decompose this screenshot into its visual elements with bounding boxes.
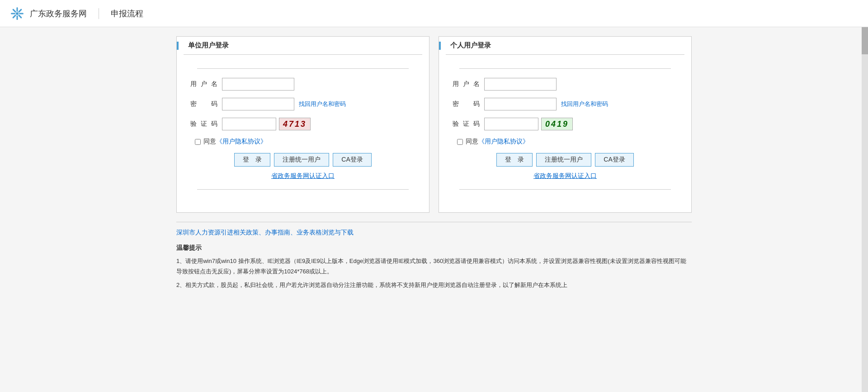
unit-login-button[interactable]: 登 录: [234, 153, 270, 167]
personal-agree-row: 同意 《用户隐私协议》: [453, 138, 678, 146]
unit-password-input[interactable]: [222, 98, 294, 110]
unit-captcha-row: 验证码 4713: [190, 118, 415, 130]
personal-panel-title: 个人用户登录: [446, 41, 491, 50]
unit-agree-checkbox[interactable]: [195, 139, 201, 145]
unit-ca-button[interactable]: CA登录: [333, 153, 371, 167]
svg-rect-7: [12, 9, 16, 13]
personal-captcha-input[interactable]: [484, 118, 538, 130]
scrollbar-thumb[interactable]: [862, 27, 868, 54]
logo-icon: [9, 5, 25, 22]
personal-password-row: 密 码 找回用户名和密码: [453, 98, 678, 110]
notice-title: 温馨提示: [176, 244, 692, 252]
header-divider: [99, 8, 99, 19]
svg-rect-1: [17, 7, 18, 12]
personal-sep-top: [459, 68, 671, 69]
unit-sep-bottom: [197, 189, 409, 190]
page-title: 申报流程: [111, 8, 143, 19]
unit-panel-title: 单位用户登录: [184, 41, 229, 50]
unit-captcha-image[interactable]: 4713: [279, 118, 311, 130]
svg-rect-6: [12, 14, 16, 18]
personal-password-input[interactable]: [484, 98, 557, 110]
unit-forgot-link[interactable]: 找回用户名和密码: [299, 100, 346, 108]
notice-content-2: 2、相关方式款，股员起，私归社会统，用户若允许浏览器自动分注注册功能，系统将不支…: [176, 280, 692, 290]
personal-agree-text: 同意: [466, 138, 478, 146]
personal-captcha-row: 验证码 0419: [453, 118, 678, 130]
unit-privacy-link[interactable]: 《用户隐私协议》: [216, 138, 267, 146]
bottom-divider: [176, 222, 692, 222]
login-panels: 单位用户登录 用户名 密 码 找回用户名和密码 验证码: [167, 36, 701, 213]
personal-username-label: 用户名: [453, 80, 480, 88]
notice-content-1: 1、请使用win7或win10 操作系统、IE浏览器（IE9及IE9以上版本，E…: [176, 256, 692, 277]
personal-username-input[interactable]: [484, 78, 557, 91]
personal-panel-header: 个人用户登录: [439, 37, 691, 54]
personal-sep-bottom: [459, 189, 671, 190]
personal-username-row: 用户名: [453, 78, 678, 91]
header: 广东政务服务网 申报流程: [0, 0, 868, 27]
personal-province-link[interactable]: 省政务服务网认证入口: [533, 172, 597, 180]
unit-panel-body: 用户名 密 码 找回用户名和密码 验证码 4713: [177, 55, 429, 203]
bottom-section: 深圳市人力资源引进相关政策、办事指南、业务表格浏览与下载 温馨提示 1、请使用w…: [167, 222, 701, 290]
svg-rect-8: [18, 14, 22, 18]
svg-rect-3: [11, 13, 15, 14]
logo: 广东政务服务网 申报流程: [9, 5, 143, 22]
scrollbar[interactable]: [862, 27, 868, 392]
personal-province-row: 省政务服务网认证入口: [453, 172, 678, 180]
personal-panel-body: 用户名 密 码 找回用户名和密码 验证码 0419: [439, 55, 691, 203]
download-link[interactable]: 深圳市人力资源引进相关政策、办事指南、业务表格浏览与下载: [176, 229, 692, 237]
main-content: 单位用户登录 用户名 密 码 找回用户名和密码 验证码: [0, 27, 868, 392]
unit-buttons-row: 登 录 注册统一用户 CA登录: [190, 153, 415, 167]
unit-captcha-input[interactable]: [222, 118, 276, 130]
personal-agree-checkbox[interactable]: [457, 139, 463, 145]
unit-password-label: 密 码: [190, 100, 217, 108]
unit-province-link[interactable]: 省政务服务网认证入口: [271, 172, 335, 180]
unit-captcha-label: 验证码: [190, 120, 217, 128]
personal-login-button[interactable]: 登 录: [496, 153, 533, 167]
site-name: 广东政务服务网: [30, 8, 87, 19]
personal-privacy-link[interactable]: 《用户隐私协议》: [478, 138, 529, 146]
unit-username-label: 用户名: [190, 80, 217, 88]
personal-buttons-row: 登 录 注册统一用户 CA登录: [453, 153, 678, 167]
unit-agree-row: 同意 《用户隐私协议》: [190, 138, 415, 146]
unit-agree-text: 同意: [203, 138, 216, 146]
personal-password-label: 密 码: [453, 100, 480, 108]
unit-password-row: 密 码 找回用户名和密码: [190, 98, 415, 110]
svg-rect-2: [17, 15, 18, 20]
svg-rect-5: [18, 9, 22, 13]
svg-point-0: [16, 12, 19, 15]
personal-ca-button[interactable]: CA登录: [595, 153, 633, 167]
personal-captcha-label: 验证码: [453, 120, 480, 128]
unit-sep-top: [197, 68, 409, 69]
unit-username-input[interactable]: [222, 78, 294, 91]
personal-login-panel: 个人用户登录 用户名 密 码 找回用户名和密码 验证码: [439, 36, 692, 213]
unit-register-button[interactable]: 注册统一用户: [274, 153, 329, 167]
svg-rect-4: [19, 13, 24, 14]
unit-username-row: 用户名: [190, 78, 415, 91]
unit-province-row: 省政务服务网认证入口: [190, 172, 415, 180]
unit-login-panel: 单位用户登录 用户名 密 码 找回用户名和密码 验证码: [176, 36, 429, 213]
personal-forgot-link[interactable]: 找回用户名和密码: [561, 100, 608, 108]
unit-panel-header: 单位用户登录: [177, 37, 429, 54]
personal-register-button[interactable]: 注册统一用户: [536, 153, 591, 167]
personal-captcha-image[interactable]: 0419: [541, 118, 573, 130]
